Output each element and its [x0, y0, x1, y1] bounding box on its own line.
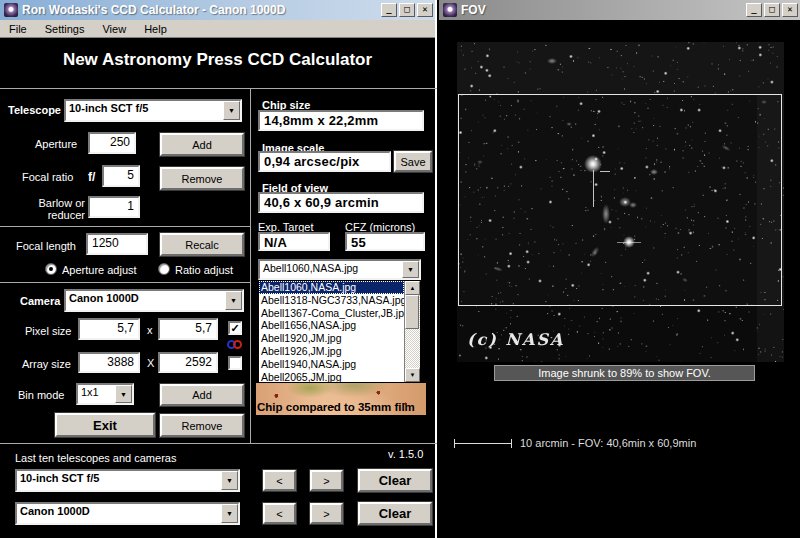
menubar: File Settings View Help [0, 20, 435, 38]
pixel-size-label: Pixel size [25, 325, 71, 337]
link-icon[interactable] [227, 339, 245, 351]
remove-telescope-button[interactable]: Remove [160, 167, 244, 190]
image-scale-value: 0,94 arcsec/pix [258, 151, 391, 172]
chevron-down-icon[interactable]: ▼ [223, 101, 240, 120]
minimize-icon[interactable]: _ [746, 3, 762, 17]
focal-length-label: Focal length [16, 240, 76, 252]
scale-text: 10 arcmin - FOV: 40,6min x 60,9min [520, 437, 696, 449]
chip-size-value: 14,8mm x 22,2mm [258, 110, 424, 131]
window-title: Ron Wodaski's CCD Calculator - Canon 100… [22, 3, 381, 17]
aperture-label: Aperture [35, 138, 77, 150]
divider [0, 443, 437, 444]
scrollbar[interactable]: ▲ ▼ [404, 281, 420, 382]
fov-titlebar: FOV _ □ ✕ [439, 0, 800, 20]
aperture-adjust-label: Aperture adjust [62, 264, 137, 276]
shrink-notice: Image shrunk to 89% to show FOV. [494, 365, 755, 381]
camera-label: Camera [20, 295, 60, 307]
pixel-size-separator: x [147, 324, 153, 336]
divider [250, 88, 251, 443]
scale-bar [454, 436, 512, 450]
fov-window-title: FOV [461, 3, 746, 17]
minimize-icon[interactable]: _ [381, 3, 397, 17]
telescope-prev-button[interactable]: < [263, 470, 296, 491]
array-size-separator: X [147, 357, 154, 369]
chevron-down-icon[interactable]: ▼ [221, 471, 238, 490]
barlow-label-line2: reducer [33, 209, 85, 221]
add-telescope-button[interactable]: Add [160, 133, 244, 156]
scrollbar-thumb[interactable] [405, 295, 419, 329]
list-item[interactable]: Abell2065,JM.jpg [259, 371, 404, 382]
exp-target-value: N/A [258, 232, 330, 251]
image-file-select[interactable]: Abell1060,NASA.jpg ▼ [258, 259, 421, 280]
array-size-label: Array size [22, 358, 71, 370]
telescope-label: Telescope [8, 104, 61, 116]
menu-file[interactable]: File [0, 21, 36, 37]
fov-window: FOV _ □ ✕ (c) NASA Image shrunk to 89% t… [439, 0, 800, 538]
list-item[interactable]: Abell1656,NASA.jpg [259, 319, 404, 332]
focal-ratio-prefix: f/ [88, 170, 95, 184]
barlow-label-line1: Barlow or [33, 197, 85, 209]
recent-telescope-select[interactable]: 10-inch SCT f/5 ▼ [15, 469, 240, 492]
save-button[interactable]: Save [394, 151, 432, 172]
camera-next-button[interactable]: > [310, 503, 343, 524]
add-camera-button[interactable]: Add [160, 384, 244, 406]
maximize-icon[interactable]: □ [764, 3, 780, 17]
ratio-adjust-radio[interactable] [158, 263, 170, 275]
divider [0, 226, 250, 227]
menu-settings[interactable]: Settings [36, 21, 94, 37]
menu-view[interactable]: View [93, 21, 135, 37]
last-ten-label: Last ten telescopes and cameras [15, 452, 176, 464]
array-size-lock-checkbox[interactable] [228, 356, 242, 370]
pixel-size-y-field[interactable]: 5,7 [158, 318, 218, 340]
chip-vs-film-caption: Chip compared to 35mm film [257, 401, 415, 413]
app-icon [443, 3, 457, 17]
list-item[interactable]: Abell1920,JM.jpg [259, 332, 404, 345]
list-item[interactable]: Abell1940,NASA.jpg [259, 358, 404, 371]
calculator-titlebar: Ron Wodaski's CCD Calculator - Canon 100… [0, 0, 435, 20]
chevron-down-icon[interactable]: ▼ [221, 504, 238, 523]
screen: Ron Wodaski's CCD Calculator - Canon 100… [0, 0, 800, 538]
exit-button[interactable]: Exit [55, 413, 155, 437]
maximize-icon[interactable]: □ [399, 3, 415, 17]
telescope-next-button[interactable]: > [310, 470, 343, 491]
list-item[interactable]: Abell1926,JM.jpg [259, 345, 404, 358]
focal-ratio-field[interactable]: 5 [102, 165, 140, 187]
version-label: v. 1.5.0 [388, 448, 423, 460]
telescope-clear-button[interactable]: Clear [358, 469, 432, 492]
scroll-down-icon[interactable]: ▼ [405, 368, 420, 382]
aperture-field[interactable]: 250 [88, 132, 136, 154]
close-icon[interactable]: ✕ [417, 3, 433, 17]
cfz-value: 55 [345, 232, 425, 251]
camera-clear-button[interactable]: Clear [358, 502, 432, 525]
pixel-size-x-field[interactable]: 5,7 [78, 318, 140, 340]
barlow-field[interactable]: 1 [88, 196, 140, 218]
recalc-button[interactable]: Recalc [160, 233, 244, 256]
list-item[interactable]: Abell1060,NASA.jpg [259, 281, 404, 294]
list-item[interactable]: Abell1367-Coma_Cluster,JB.jpg [259, 307, 404, 320]
bin-mode-select[interactable]: 1x1 ▼ [76, 383, 134, 405]
camera-select[interactable]: Canon 1000D ▼ [64, 289, 244, 312]
field-of-view-value: 40,6 x 60,9 arcmin [258, 192, 424, 213]
array-size-x-field[interactable]: 3888 [78, 352, 140, 373]
chevron-down-icon[interactable]: ▼ [115, 385, 132, 403]
scroll-up-icon[interactable]: ▲ [405, 281, 420, 295]
image-credit: (c) NASA [467, 330, 564, 349]
remove-camera-button[interactable]: Remove [160, 414, 244, 437]
ccd-calculator-window: Ron Wodaski's CCD Calculator - Canon 100… [0, 0, 437, 538]
chevron-down-icon[interactable]: ▼ [225, 291, 242, 310]
array-size-y-field[interactable]: 2592 [158, 352, 218, 373]
menu-help[interactable]: Help [135, 21, 176, 37]
aperture-adjust-radio[interactable] [45, 263, 57, 275]
pixel-size-lock-checkbox[interactable]: ✓ [228, 321, 242, 335]
ratio-adjust-label: Ratio adjust [175, 264, 233, 276]
camera-prev-button[interactable]: < [263, 503, 296, 524]
divider [0, 282, 250, 283]
focal-length-field[interactable]: 1250 [86, 233, 148, 255]
chevron-down-icon[interactable]: ▼ [402, 261, 419, 278]
telescope-select[interactable]: 10-inch SCT f/5 ▼ [64, 99, 242, 122]
recent-camera-select[interactable]: Canon 1000D ▼ [15, 502, 240, 525]
image-file-dropdown-list: Abell1060,NASA.jpg Abell1318-NGC3733,NAS… [258, 280, 421, 383]
page-title: New Astronomy Press CCD Calculator [0, 50, 435, 70]
list-item[interactable]: Abell1318-NGC3733,NASA.jpg [259, 294, 404, 307]
close-icon[interactable]: ✕ [782, 3, 798, 17]
